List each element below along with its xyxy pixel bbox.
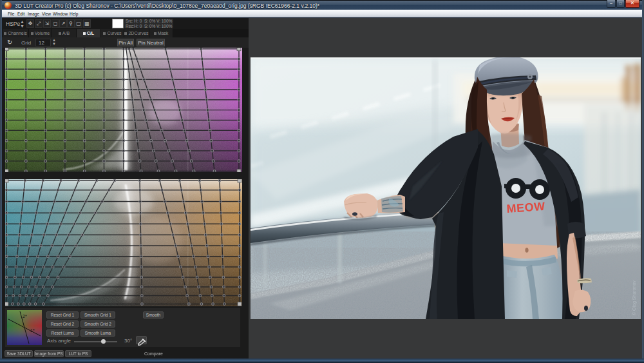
svg-text:MEOW: MEOW [506, 200, 545, 215]
svg-text:1*: 1* [30, 328, 35, 333]
svg-text:© Oleg Sharonov: © Oleg Sharonov [632, 280, 637, 315]
svg-text:2*: 2* [23, 314, 27, 319]
